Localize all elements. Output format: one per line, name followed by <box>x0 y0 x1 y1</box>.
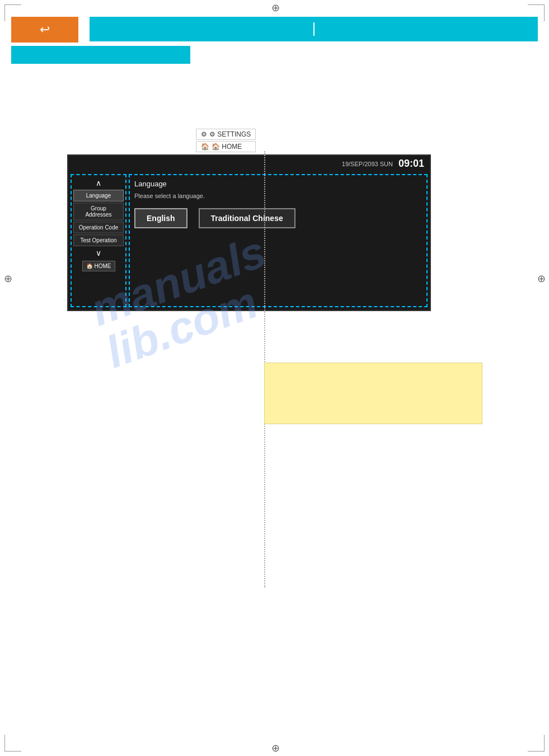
breadcrumb: ⚙ ⚙ SETTINGS 🏠 🏠 HOME <box>196 129 256 152</box>
scroll-down-icon[interactable]: ∨ <box>95 247 102 259</box>
back-button[interactable]: ↩ <box>11 17 78 43</box>
sidebar-item-operation-code[interactable]: Operation Code <box>73 222 124 233</box>
panel-title: Language <box>134 180 422 188</box>
content-panel: Language Please select a language. Engli… <box>129 174 428 307</box>
sidebar-menu: ∧ Language Group Addresses Operation Cod… <box>71 174 126 307</box>
settings-gear-icon: ⚙ <box>201 130 207 138</box>
status-bar: 19/SEP/2093 SUN 09:01 <box>68 156 430 172</box>
language-buttons-group: English Traditional Chinese <box>134 208 422 228</box>
crosshair-top: ⊕ <box>271 3 280 12</box>
crosshair-right: ⊕ <box>537 274 546 283</box>
sidebar-item-language[interactable]: Language <box>73 190 124 201</box>
status-date: 19/SEP/2093 SUN <box>342 161 393 167</box>
blue-sub-bar <box>11 46 190 64</box>
device-screen: 19/SEP/2093 SUN 09:01 ∧ Language Group A… <box>67 154 431 311</box>
sidebar-home-label: HOME <box>95 263 111 269</box>
english-button[interactable]: English <box>134 208 187 228</box>
sidebar-item-test-operation[interactable]: Test Operation <box>73 234 124 246</box>
crosshair-left: ⊕ <box>3 274 12 283</box>
crosshair-bottom: ⊕ <box>271 744 280 753</box>
sidebar-home-button[interactable]: 🏠 HOME <box>82 261 115 271</box>
page-corner-br <box>528 735 545 752</box>
traditional-chinese-button[interactable]: Traditional Chinese <box>199 208 295 228</box>
status-time: 09:01 <box>398 158 424 170</box>
home-small-icon: 🏠 <box>86 263 93 269</box>
home-icon: 🏠 <box>201 143 209 151</box>
settings-breadcrumb: ⚙ ⚙ SETTINGS <box>196 129 256 140</box>
screen-content: ∧ Language Group Addresses Operation Cod… <box>68 172 430 309</box>
scroll-up-icon[interactable]: ∧ <box>95 177 102 189</box>
home-label-text: 🏠 HOME <box>212 143 242 151</box>
settings-label-text: ⚙ SETTINGS <box>209 130 251 138</box>
page-corner-bl <box>4 735 21 752</box>
panel-subtitle: Please select a language. <box>134 192 422 199</box>
sidebar-item-group-addresses[interactable]: Group Addresses <box>73 203 124 220</box>
home-breadcrumb: 🏠 🏠 HOME <box>196 141 256 152</box>
yellow-note-box <box>264 363 482 424</box>
cyan-bar-divider <box>313 22 315 36</box>
